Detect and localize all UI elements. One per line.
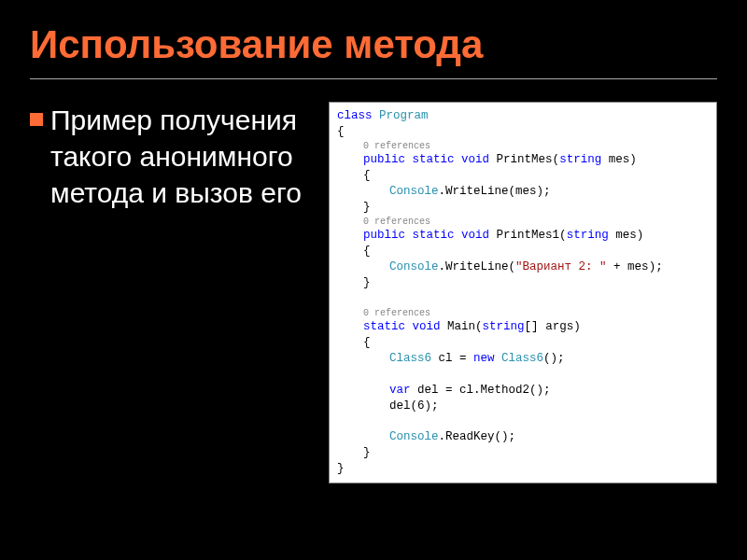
divider xyxy=(30,78,717,79)
bullet-item: Пример получения такого анонимного метод… xyxy=(30,102,310,211)
references-label: 0 references xyxy=(337,216,709,229)
keyword: class xyxy=(337,109,373,122)
content-row: Пример получения такого анонимного метод… xyxy=(30,102,717,483)
bullet-text: Пример получения такого анонимного метод… xyxy=(50,102,310,211)
code-snippet: class Program { 0 references public stat… xyxy=(329,102,717,483)
references-label: 0 references xyxy=(337,140,709,153)
slide-title: Использование метода xyxy=(30,22,717,67)
type: Program xyxy=(379,109,429,122)
slide: Использование метода Пример получения та… xyxy=(0,0,747,560)
references-label: 0 references xyxy=(337,307,709,320)
square-bullet-icon xyxy=(30,113,43,126)
